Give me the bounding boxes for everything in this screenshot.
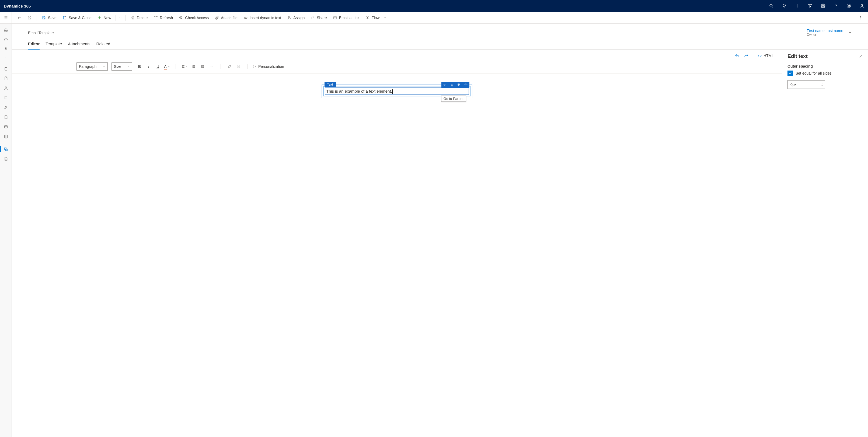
svg-point-0 [770, 4, 772, 7]
plus-icon[interactable] [795, 3, 800, 8]
left-nav-rail [0, 24, 12, 437]
assign-button[interactable]: Assign [284, 13, 307, 22]
personalization-button[interactable]: Personalization [252, 64, 284, 69]
underline-button[interactable]: U [154, 63, 162, 70]
attach-file-button[interactable]: Attach file [212, 13, 240, 22]
check-access-button[interactable]: Check Access [176, 13, 211, 22]
lightbulb-icon[interactable] [782, 3, 787, 8]
new-label: New [104, 15, 111, 20]
open-new-window-button[interactable] [25, 13, 34, 23]
divider [247, 64, 248, 69]
bold-button[interactable]: B [136, 63, 143, 70]
spinner-arrows[interactable] [821, 83, 823, 87]
trash-icon [131, 15, 135, 20]
bullet-list-button[interactable] [199, 63, 207, 70]
spacing-input[interactable]: 0px [787, 80, 825, 89]
rail-bookmark[interactable] [0, 93, 12, 102]
close-panel-button[interactable] [859, 54, 863, 58]
help-icon[interactable] [834, 3, 838, 8]
numbered-list-button[interactable]: 123 [190, 63, 197, 70]
rail-wrench[interactable] [0, 103, 12, 112]
sitemap-toggle[interactable] [0, 12, 12, 24]
owner-name: First name Last name [807, 29, 843, 33]
svg-rect-31 [5, 67, 7, 70]
move-element-button[interactable] [462, 82, 469, 88]
main-content: Email Template First name Last name Owne… [12, 24, 868, 437]
canvas[interactable]: Text [12, 73, 782, 437]
tab-related[interactable]: Related [96, 41, 111, 49]
rail-pinned[interactable] [0, 45, 12, 54]
svg-point-56 [213, 66, 213, 67]
align-button[interactable] [181, 63, 188, 70]
insert-dynamic-button[interactable]: Insert dynamic text [241, 13, 284, 22]
section-selection[interactable]: Text [321, 84, 472, 98]
paragraph-dd-label: Paragraph [79, 64, 96, 69]
save-label: Save [48, 15, 57, 20]
svg-rect-21 [333, 17, 337, 19]
overflow-menu[interactable] [856, 13, 865, 23]
filter-icon[interactable] [808, 3, 812, 8]
link-button[interactable] [226, 63, 233, 70]
html-toggle-button[interactable]: HTML [757, 54, 774, 58]
svg-line-18 [182, 18, 182, 19]
redo-button[interactable] [744, 53, 749, 58]
rail-recent[interactable] [0, 35, 12, 44]
gear-icon[interactable] [820, 3, 826, 8]
rail-item-10[interactable] [0, 113, 12, 122]
flow-icon [366, 15, 370, 20]
save-close-button[interactable]: Save & Close [60, 13, 94, 22]
tab-editor[interactable]: Editor [28, 41, 39, 49]
rail-item-14[interactable] [0, 154, 12, 163]
topbar-divider [35, 3, 35, 8]
new-dropdown[interactable] [117, 17, 123, 19]
svg-point-50 [202, 66, 202, 67]
svg-rect-38 [5, 149, 7, 151]
svg-point-9 [861, 4, 863, 6]
new-button[interactable]: New [95, 13, 114, 22]
column-selection[interactable]: Text [323, 86, 470, 96]
email-link-button[interactable]: Email a Link [330, 13, 362, 22]
equal-sides-checkbox[interactable] [787, 70, 793, 76]
text-element[interactable]: This is an example of a text element. [325, 88, 469, 95]
delete-element-button[interactable] [448, 82, 456, 88]
mail-link-icon [333, 15, 337, 20]
share-label: Share [317, 15, 327, 20]
search-icon[interactable] [769, 3, 774, 8]
flow-dropdown[interactable] [382, 17, 388, 19]
flow-button[interactable]: Flow [363, 13, 382, 22]
italic-button[interactable]: I [145, 63, 152, 70]
rail-item-6[interactable] [0, 74, 12, 83]
share-button[interactable]: Share [308, 13, 329, 22]
person-icon[interactable] [859, 3, 864, 8]
owner-lookup[interactable]: First name Last name Owner [807, 29, 852, 37]
rail-clipboard[interactable] [0, 64, 12, 73]
tab-attachments[interactable]: Attachments [68, 41, 90, 49]
more-formatting-button[interactable] [208, 63, 216, 70]
main-shell: Email Template First name Last name Owne… [0, 24, 868, 437]
rail-item-11[interactable] [0, 122, 12, 131]
refresh-icon [154, 15, 158, 20]
unlink-button[interactable] [235, 63, 242, 70]
back-button[interactable] [14, 13, 24, 23]
assign-icon [287, 15, 291, 20]
go-to-parent-button[interactable] [441, 82, 448, 88]
rail-item-4[interactable] [0, 54, 12, 64]
paragraph-dropdown[interactable]: Paragraph [76, 62, 108, 70]
duplicate-element-button[interactable] [456, 82, 462, 88]
font-color-button[interactable]: A [163, 63, 171, 70]
delete-button[interactable]: Delete [128, 13, 150, 22]
rail-home[interactable] [0, 25, 12, 34]
smile-icon[interactable] [846, 3, 851, 8]
save-button[interactable]: Save [39, 13, 59, 22]
undo-button[interactable] [735, 53, 740, 58]
rail-book[interactable] [0, 132, 12, 141]
section-outer-spacing: Outer spacing [787, 64, 863, 68]
commandbar-row: Save Save & Close New D [0, 12, 868, 24]
rail-contacts[interactable] [0, 84, 12, 93]
rail-templates[interactable] [0, 145, 12, 154]
tab-template[interactable]: Template [45, 41, 62, 49]
insert-dynamic-label: Insert dynamic text [250, 15, 281, 20]
size-dropdown[interactable]: Size [112, 62, 132, 70]
refresh-button[interactable]: Refresh [151, 13, 176, 22]
personalization-label: Personalization [258, 64, 284, 69]
